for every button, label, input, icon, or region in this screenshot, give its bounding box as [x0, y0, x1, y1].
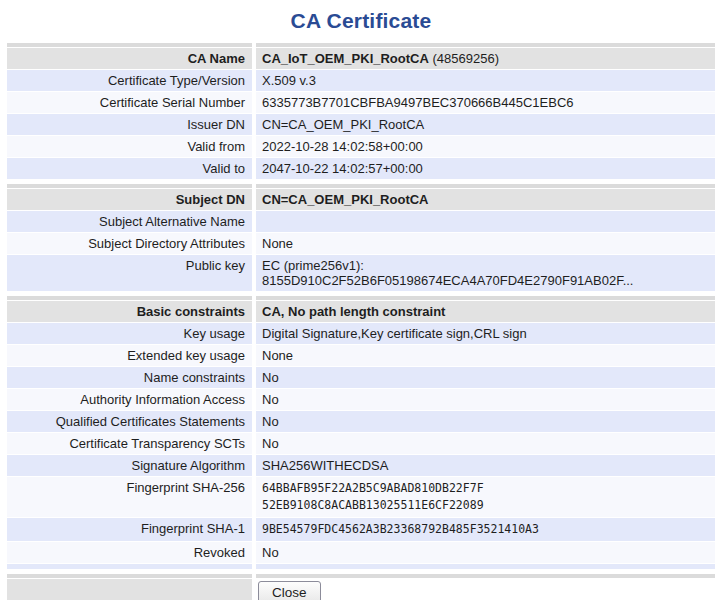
ca-name-value: CA_IoT_OEM_PKI_RootCA — [262, 51, 429, 66]
table-row: Fingerprint SHA-256 64BBAFB95F22A2B5C9AB… — [7, 477, 715, 517]
table-row: Public key EC (prime256v1): 8155D910C2F5… — [7, 255, 715, 291]
table-row: Fingerprint SHA-1 9BE54579FDC4562A3B2336… — [7, 518, 715, 541]
row-value: No — [256, 389, 715, 410]
basic-constraints-value: CA, No path length constraint — [262, 304, 445, 319]
row-value: None — [256, 345, 715, 366]
row-value: 6335773B7701CBFBA9497BEC370666B445C1EBC6 — [256, 92, 715, 113]
footer-action-cell: Close — [256, 579, 715, 600]
table-row: Revoked No — [7, 542, 715, 563]
row-label: Subject Directory Attributes — [7, 233, 252, 254]
fingerprint-sha256-line1: 64BBAFB95F22A2B5C9ABAD810DB22F7F — [262, 480, 711, 497]
row-value: 2022-10-28 14:02:58+00:00 — [256, 136, 715, 157]
table-row: Extended key usage None — [7, 345, 715, 366]
row-label: Certificate Serial Number — [7, 92, 252, 113]
row-value: No — [256, 411, 715, 432]
row-label: Subject DN — [7, 189, 252, 210]
row-value: No — [256, 542, 715, 563]
row-label: Subject Alternative Name — [7, 211, 252, 232]
row-label: Certificate Type/Version — [7, 70, 252, 91]
row-label: Valid to — [7, 158, 252, 179]
row-value: CA_IoT_OEM_PKI_RootCA (48569256) — [256, 48, 715, 69]
table-row: Certificate Type/Version X.509 v.3 — [7, 70, 715, 91]
section-header-row: CA Name CA_IoT_OEM_PKI_RootCA (48569256) — [7, 48, 715, 69]
row-label: Extended key usage — [7, 345, 252, 366]
row-label: Qualified Certificates Statements — [7, 411, 252, 432]
row-value: CN=CA_OEM_PKI_RootCA — [256, 114, 715, 135]
ca-id-value: (48569256) — [429, 51, 499, 66]
table-row: Signature Algorithm SHA256WITHECDSA — [7, 455, 715, 476]
section-certificate-info: CA Name CA_IoT_OEM_PKI_RootCA (48569256)… — [7, 43, 715, 179]
row-value: No — [256, 433, 715, 454]
subject-dn-value: CN=CA_OEM_PKI_RootCA — [262, 192, 429, 207]
table-row: Authority Information Access No — [7, 389, 715, 410]
table-row: Issuer DN CN=CA_OEM_PKI_RootCA — [7, 114, 715, 135]
row-label: Public key — [7, 255, 252, 291]
row-label: Issuer DN — [7, 114, 252, 135]
public-key-type: EC (prime256v1): — [262, 258, 711, 273]
public-key-hex: 8155D910C2F52B6F05198674ECA4A70FD4E2790F… — [262, 273, 711, 288]
row-label: Key usage — [7, 323, 252, 344]
table-row: Subject Directory Attributes None — [7, 233, 715, 254]
section-separator — [7, 43, 715, 47]
row-label: Certificate Transparency SCTs — [7, 433, 252, 454]
row-label: Fingerprint SHA-256 — [7, 477, 252, 517]
table-row: Certificate Transparency SCTs No — [7, 433, 715, 454]
section-separator — [7, 574, 715, 578]
footer: Close — [7, 574, 715, 600]
section-header-row: Subject DN CN=CA_OEM_PKI_RootCA — [7, 189, 715, 210]
empty-row — [7, 564, 715, 569]
row-value: CN=CA_OEM_PKI_RootCA — [256, 189, 715, 210]
table-row: Certificate Serial Number 6335773B7701CB… — [7, 92, 715, 113]
table-row: Key usage Digital Signature,Key certific… — [7, 323, 715, 344]
row-label: Valid from — [7, 136, 252, 157]
row-value: 64BBAFB95F22A2B5C9ABAD810DB22F7F 52EB910… — [256, 477, 715, 517]
footer-row: Close — [7, 579, 715, 600]
page-title: CA Certificate — [0, 9, 722, 33]
close-button[interactable]: Close — [258, 581, 321, 600]
section-constraints: Basic constraints CA, No path length con… — [7, 296, 715, 569]
row-value: SHA256WITHECDSA — [256, 455, 715, 476]
fingerprint-sha256-line2: 52EB9108C8ACABB13025511E6CF22089 — [262, 497, 711, 514]
section-header-row: Basic constraints CA, No path length con… — [7, 301, 715, 322]
row-label: Authority Information Access — [7, 389, 252, 410]
row-value: CA, No path length constraint — [256, 301, 715, 322]
row-label: CA Name — [7, 48, 252, 69]
section-separator — [7, 296, 715, 300]
table-row: Qualified Certificates Statements No — [7, 411, 715, 432]
table-row: Valid to 2047-10-22 14:02:57+00:00 — [7, 158, 715, 179]
row-value: EC (prime256v1): 8155D910C2F52B6F0519867… — [256, 255, 715, 291]
row-label: Name constraints — [7, 367, 252, 388]
table-row: Valid from 2022-10-28 14:02:58+00:00 — [7, 136, 715, 157]
fingerprint-sha1-value: 9BE54579FDC4562A3B23368792B485F3521410A3 — [256, 518, 715, 541]
row-value: X.509 v.3 — [256, 70, 715, 91]
row-label: Basic constraints — [7, 301, 252, 322]
row-value: Digital Signature,Key certificate sign,C… — [256, 323, 715, 344]
footer-label-cell — [7, 579, 252, 600]
section-subject: Subject DN CN=CA_OEM_PKI_RootCA Subject … — [7, 184, 715, 291]
table-row: Subject Alternative Name — [7, 211, 715, 232]
row-label: Fingerprint SHA-1 — [7, 518, 252, 541]
row-value — [256, 211, 715, 232]
table-row: Name constraints No — [7, 367, 715, 388]
row-value: No — [256, 367, 715, 388]
row-value: 2047-10-22 14:02:57+00:00 — [256, 158, 715, 179]
row-value: None — [256, 233, 715, 254]
section-separator — [7, 184, 715, 188]
row-label: Signature Algorithm — [7, 455, 252, 476]
row-label: Revoked — [7, 542, 252, 563]
